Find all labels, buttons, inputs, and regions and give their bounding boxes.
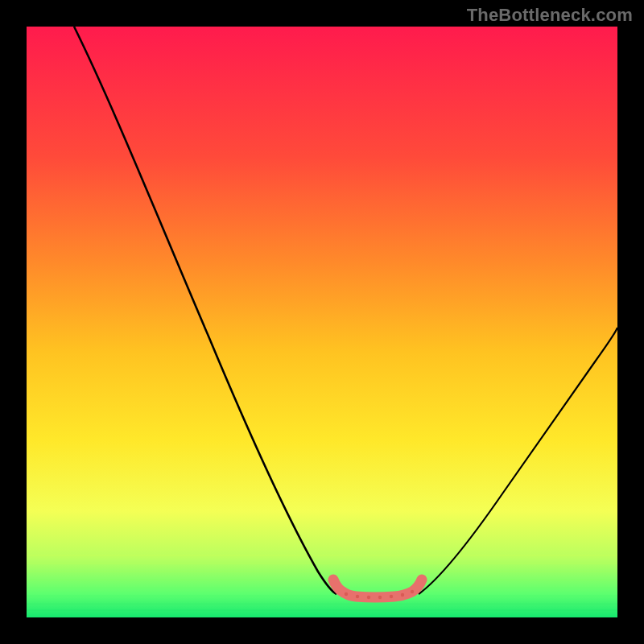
bottleneck-plot	[0, 0, 644, 644]
svg-point-9	[356, 595, 359, 598]
svg-point-11	[378, 596, 382, 599]
svg-point-13	[401, 593, 404, 597]
svg-point-12	[390, 595, 393, 598]
svg-point-14	[411, 590, 414, 593]
chart-container: TheBottleneck.com	[0, 0, 644, 644]
svg-point-10	[367, 596, 370, 599]
svg-point-8	[345, 592, 348, 596]
watermark-text: TheBottleneck.com	[467, 5, 633, 26]
